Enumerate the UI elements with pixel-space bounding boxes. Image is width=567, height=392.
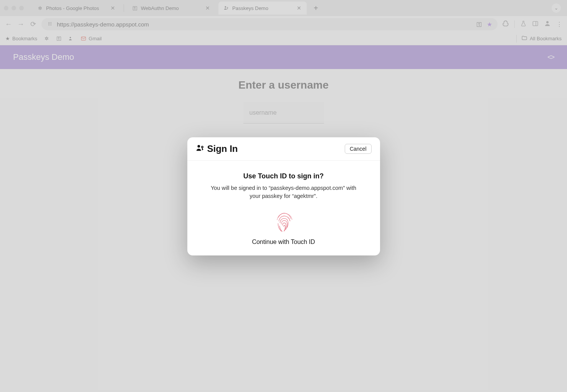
modal-header: Sign In Cancel (187, 137, 380, 161)
fingerprint-icon[interactable] (274, 211, 293, 232)
touchid-label: Continue with Touch ID (199, 239, 369, 245)
modal-description: You will be signed in to “passkeys-demo.… (207, 184, 360, 200)
person-key-icon (196, 144, 204, 154)
modal-question: Use Touch ID to sign in? (199, 172, 369, 180)
modal-body: Use Touch ID to sign in? You will be sig… (187, 161, 380, 255)
modal-title: Sign In (207, 143, 238, 154)
svg-point-10 (197, 145, 200, 148)
cancel-button[interactable]: Cancel (345, 144, 372, 154)
signin-modal: Sign In Cancel Use Touch ID to sign in? … (187, 137, 380, 255)
svg-point-11 (201, 146, 203, 148)
